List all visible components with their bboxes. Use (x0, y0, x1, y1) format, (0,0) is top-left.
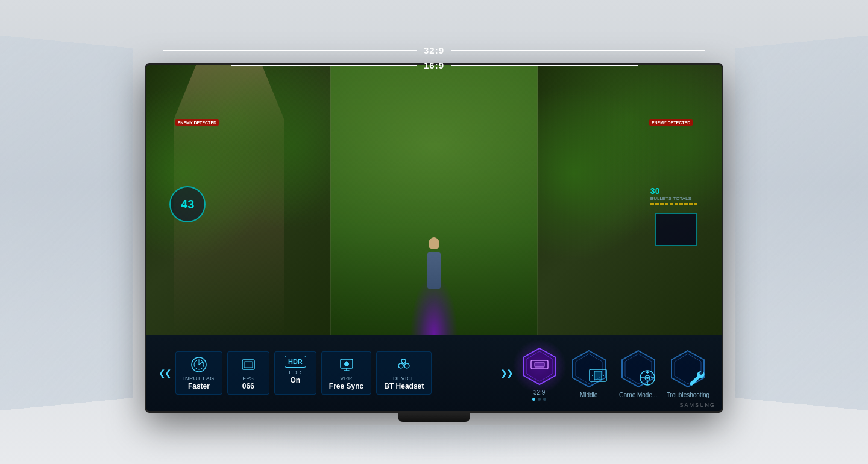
aspect-32-label: 32:9 (417, 45, 451, 55)
device-icon (395, 356, 413, 374)
ammo-display: 30 BULLETS TOTALS (650, 186, 699, 205)
ammo-bar (655, 203, 659, 205)
hud-arrow-right[interactable]: ❯❯ (500, 368, 512, 378)
hdr-icon: HDR (285, 356, 306, 368)
tv-frame: ENEMY DETECTED ENEMY DETECTED 43 30 BULL… (145, 63, 723, 413)
ammo-bar (665, 203, 668, 205)
fps-label: FPS (242, 375, 254, 381)
hex-position (568, 348, 610, 390)
ammo-bar (670, 203, 673, 205)
dot-2 (538, 398, 541, 401)
hex-aspect-ratio (518, 345, 561, 387)
svg-point-7 (398, 363, 403, 368)
ammo-bar (679, 203, 683, 205)
vrr-icon (338, 356, 356, 374)
game-background: ENEMY DETECTED ENEMY DETECTED 43 30 BULL… (146, 65, 722, 335)
mode-game-mode[interactable]: Game Mode... (617, 348, 659, 398)
mode-aspect-ratio[interactable]: 32:9 (518, 345, 561, 401)
hex-troubleshooting (667, 348, 709, 390)
hex-game-mode (617, 348, 659, 390)
troubleshooting-label: Troubleshooting (667, 392, 709, 398)
hud-stat-hdr[interactable]: HDR HDR On (274, 351, 316, 395)
line-left-32 (163, 50, 417, 51)
vrr-label: VRR (340, 375, 353, 381)
hud-modes: 32:9 (518, 345, 709, 401)
player-body (427, 252, 441, 289)
glass-panel-right (735, 35, 868, 411)
mode-position[interactable]: Middle (568, 348, 610, 398)
tv-wrapper: 32:9 16:9 (145, 51, 723, 413)
game-hud: ❮❮ Input Lag (146, 335, 722, 411)
game-mode-label: Game Mode... (619, 392, 657, 398)
line-left-16 (231, 65, 417, 66)
enemy-marker-right: ENEMY DETECTED (649, 119, 693, 126)
game-panel-center (330, 65, 537, 335)
ammo-bar (660, 203, 664, 205)
mini-map (655, 213, 697, 246)
tv-stand (398, 413, 470, 422)
aspect-ratio-16: 16:9 (231, 60, 638, 71)
player-head (429, 237, 439, 249)
game-screen: ENEMY DETECTED ENEMY DETECTED 43 30 BULL… (146, 65, 722, 335)
hud-stats: Input Lag Faster FPS 066 (175, 351, 494, 395)
fps-value: 066 (242, 382, 254, 390)
device-label: Device (393, 375, 415, 381)
mode-troubleshooting[interactable]: Troubleshooting (667, 348, 709, 398)
samsung-logo: SAMSUNG (679, 402, 715, 408)
line-right-32 (451, 50, 705, 51)
input-lag-label: Input Lag (183, 375, 215, 381)
vrr-value: Free Sync (329, 382, 363, 390)
glass-panel-left (0, 35, 133, 411)
player-character (419, 222, 449, 295)
position-label: Middle (580, 392, 597, 398)
hud-stat-vrr[interactable]: VRR Free Sync (321, 351, 371, 395)
ammo-count: 30 (650, 186, 699, 196)
aspect-ratio-dots (532, 398, 546, 401)
enemy-marker-left: ENEMY DETECTED (175, 119, 219, 126)
tv-reflection (223, 425, 645, 461)
aspect-16-label: 16:9 (417, 60, 451, 71)
fps-icon (239, 356, 257, 374)
dot-1 (532, 398, 535, 401)
dot-3 (543, 398, 546, 401)
hud-arrow-left[interactable]: ❮❮ (159, 368, 171, 378)
aspect-labels: 32:9 16:9 (163, 45, 705, 71)
input-lag-icon (190, 356, 208, 374)
ammo-bar (694, 203, 697, 205)
svg-line-2 (199, 362, 203, 365)
aspect-ratio-icon (530, 357, 549, 375)
hdr-value: On (291, 376, 301, 384)
ammo-bar (675, 203, 678, 205)
line-right-16 (451, 65, 637, 66)
svg-rect-13 (535, 362, 544, 367)
svg-rect-5 (244, 362, 253, 368)
ammo-bar (689, 203, 693, 205)
input-lag-value: Faster (188, 382, 210, 390)
svg-rect-17 (594, 371, 602, 380)
ammo-label: BULLETS TOTALS (650, 196, 699, 201)
scene-container: 32:9 16:9 (0, 0, 868, 464)
hud-stat-device[interactable]: Device BT Headset (376, 351, 432, 395)
hud-stat-input-lag[interactable]: Input Lag Faster (175, 351, 222, 395)
hdr-label: HDR (289, 369, 301, 375)
ammo-bar (650, 203, 654, 205)
svg-point-8 (404, 363, 409, 368)
hud-stat-fps[interactable]: FPS 066 (227, 351, 269, 395)
aspect-ratio-32: 32:9 (163, 45, 705, 55)
svg-point-28 (646, 377, 649, 379)
ammo-bar (684, 203, 688, 205)
ammo-bars (650, 203, 699, 205)
device-value: BT Headset (384, 382, 424, 390)
